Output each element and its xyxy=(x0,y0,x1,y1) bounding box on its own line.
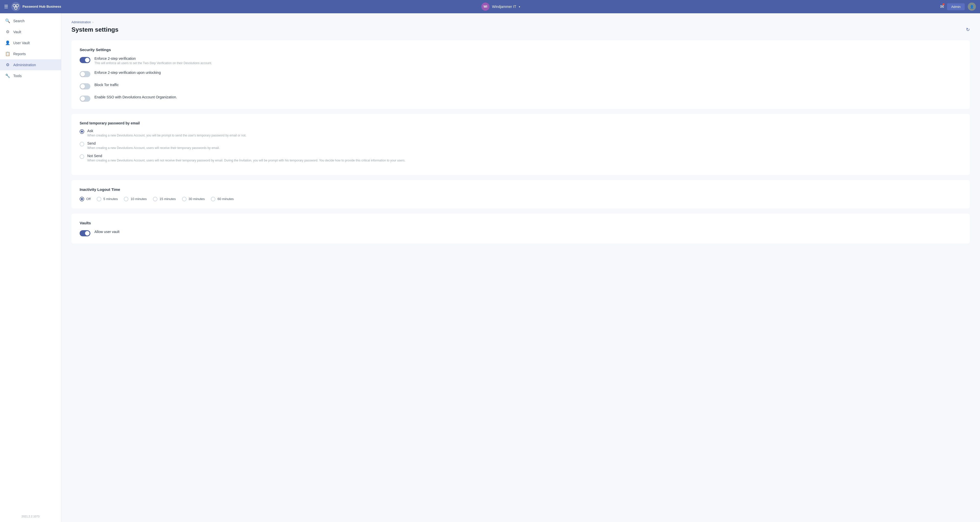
radio-send: Send When creating a new Devolutions Acc… xyxy=(80,141,962,150)
page-title: System settings xyxy=(72,26,118,33)
radio-not-send-circle[interactable] xyxy=(80,154,84,159)
inactivity-section: Inactivity Logout Time Off 5 minutes 10 … xyxy=(72,180,970,209)
inactivity-60min-label: 60 minutes xyxy=(218,197,234,201)
sidebar: 🔍 Search ⚙ Vault 👤 User Vault 📋 Reports … xyxy=(0,13,61,522)
inactivity-60min[interactable]: 60 minutes xyxy=(211,196,234,201)
radio-send-desc: When creating a new Devolutions Account,… xyxy=(87,146,220,150)
sidebar-item-search-label: Search xyxy=(13,19,24,23)
inactivity-30min-label: 30 minutes xyxy=(189,197,205,201)
inactivity-5min-circle[interactable] xyxy=(97,197,101,201)
sidebar-nav: 🔍 Search ⚙ Vault 👤 User Vault 📋 Reports … xyxy=(0,13,61,511)
radio-ask-desc: When creating a new Devolutions Account,… xyxy=(87,134,246,137)
toggle-sso: Enable SSO with Devolutions Account Orga… xyxy=(80,95,962,102)
radio-not-send: Not Send When creating a new Devolutions… xyxy=(80,154,962,162)
tools-icon: 🔧 xyxy=(5,73,10,78)
refresh-button[interactable]: ↻ xyxy=(966,27,970,32)
app-name: Password Hub Business xyxy=(22,5,61,9)
reports-icon: 📋 xyxy=(5,51,10,56)
inactivity-10min-circle[interactable] xyxy=(124,197,128,201)
send-password-title: Send temporary password by email xyxy=(80,121,962,125)
sidebar-item-administration[interactable]: ⚙ Administration xyxy=(0,59,61,70)
sidebar-item-reports[interactable]: 📋 Reports xyxy=(0,48,61,59)
inactivity-5min-label: 5 minutes xyxy=(103,197,118,201)
hamburger-menu[interactable]: ☰ xyxy=(4,4,8,10)
send-password-section: Send temporary password by email Ask Whe… xyxy=(72,114,970,175)
inactivity-10min-label: 10 minutes xyxy=(130,197,147,201)
mail-notification-dot xyxy=(942,3,945,5)
inactivity-options: Off 5 minutes 10 minutes 15 minutes 30 m… xyxy=(80,196,962,201)
sidebar-item-user-vault-label: User Vault xyxy=(13,41,30,45)
sidebar-item-search[interactable]: 🔍 Search xyxy=(0,15,61,26)
vault-icon: ⚙ xyxy=(5,29,10,34)
inactivity-15min-label: 15 minutes xyxy=(159,197,176,201)
toggle-enforce-2step: Enforce 2-step verification This will en… xyxy=(80,56,962,65)
sidebar-item-vault-label: Vault xyxy=(13,30,21,34)
sidebar-item-tools[interactable]: 🔧 Tools xyxy=(0,70,61,81)
inactivity-title: Inactivity Logout Time xyxy=(80,187,962,192)
logo-icon xyxy=(11,2,21,11)
radio-not-send-desc: When creating a new Devolutions Account,… xyxy=(87,159,406,162)
sidebar-item-reports-label: Reports xyxy=(13,52,26,56)
enforce-2step-desc: This will enforce all users to set the T… xyxy=(94,61,212,65)
user-avatar[interactable]: 👤 xyxy=(968,3,976,11)
administration-icon: ⚙ xyxy=(5,62,10,67)
inactivity-off[interactable]: Off xyxy=(80,196,91,201)
security-settings-title: Security Settings xyxy=(80,48,962,52)
security-settings-section: Security Settings Enforce 2-step verific… xyxy=(72,40,970,109)
inactivity-5min[interactable]: 5 minutes xyxy=(97,196,118,201)
allow-user-vault-toggle[interactable] xyxy=(80,230,90,236)
inactivity-15min[interactable]: 15 minutes xyxy=(153,196,176,201)
breadcrumb-separator: › xyxy=(92,21,94,24)
block-tor-label: Block Tor traffic xyxy=(94,83,119,87)
radio-send-label: Send xyxy=(87,141,220,145)
enforce-2step-unlock-toggle[interactable] xyxy=(80,71,90,77)
enforce-2step-toggle[interactable] xyxy=(80,57,90,63)
inactivity-off-label: Off xyxy=(86,197,91,201)
sso-toggle[interactable] xyxy=(80,96,90,102)
radio-ask-circle[interactable] xyxy=(80,129,84,134)
radio-ask: Ask When creating a new Devolutions Acco… xyxy=(80,129,962,137)
sidebar-item-administration-label: Administration xyxy=(13,63,36,67)
inactivity-30min[interactable]: 30 minutes xyxy=(182,196,205,201)
mail-icon[interactable]: ✉ xyxy=(940,4,944,10)
send-password-group: Send temporary password by email Ask Whe… xyxy=(80,121,962,162)
toggle-allow-user-vault: Allow user vault xyxy=(80,230,962,236)
radio-send-circle[interactable] xyxy=(80,142,84,147)
admin-button[interactable]: Admin xyxy=(947,3,965,10)
inactivity-30min-circle[interactable] xyxy=(182,197,186,201)
enforce-2step-label: Enforce 2-step verification xyxy=(94,56,212,61)
block-tor-toggle[interactable] xyxy=(80,83,90,89)
inactivity-15min-circle[interactable] xyxy=(153,197,158,201)
inactivity-10min[interactable]: 10 minutes xyxy=(124,196,147,201)
allow-user-vault-label: Allow user vault xyxy=(94,230,119,234)
sso-label: Enable SSO with Devolutions Account Orga… xyxy=(94,95,177,99)
sidebar-item-user-vault[interactable]: 👤 User Vault xyxy=(0,37,61,48)
main-content: Administration › System settings ↻ Secur… xyxy=(61,13,980,522)
breadcrumb-parent[interactable]: Administration xyxy=(72,21,91,24)
vaults-section: Vaults Allow user vault xyxy=(72,214,970,244)
enforce-2step-unlock-label: Enforce 2-step verification upon unlocki… xyxy=(94,70,161,75)
page-header: System settings ↻ xyxy=(72,26,970,33)
topnav: ☰ Password Hub Business WI Windjammer IT… xyxy=(0,0,980,13)
search-icon: 🔍 xyxy=(5,18,10,23)
workspace-chevron-icon[interactable]: ▾ xyxy=(519,5,520,8)
logo-area: Password Hub Business xyxy=(11,2,61,11)
user-vault-icon: 👤 xyxy=(5,40,10,45)
sidebar-item-vault[interactable]: ⚙ Vault xyxy=(0,26,61,37)
workspace-badge: WI xyxy=(481,3,490,11)
radio-ask-label: Ask xyxy=(87,129,246,133)
toggle-block-tor: Block Tor traffic xyxy=(80,83,962,89)
inactivity-60min-circle[interactable] xyxy=(211,197,215,201)
sidebar-item-tools-label: Tools xyxy=(13,74,22,78)
toggle-enforce-2step-unlock: Enforce 2-step verification upon unlocki… xyxy=(80,70,962,77)
workspace-name: Windjammer IT xyxy=(492,5,516,9)
inactivity-off-circle[interactable] xyxy=(80,197,84,201)
sidebar-version: 2021.2.2.1073 xyxy=(0,511,61,522)
vaults-title: Vaults xyxy=(80,221,962,225)
breadcrumb: Administration › xyxy=(72,21,970,24)
radio-not-send-label: Not Send xyxy=(87,154,406,158)
